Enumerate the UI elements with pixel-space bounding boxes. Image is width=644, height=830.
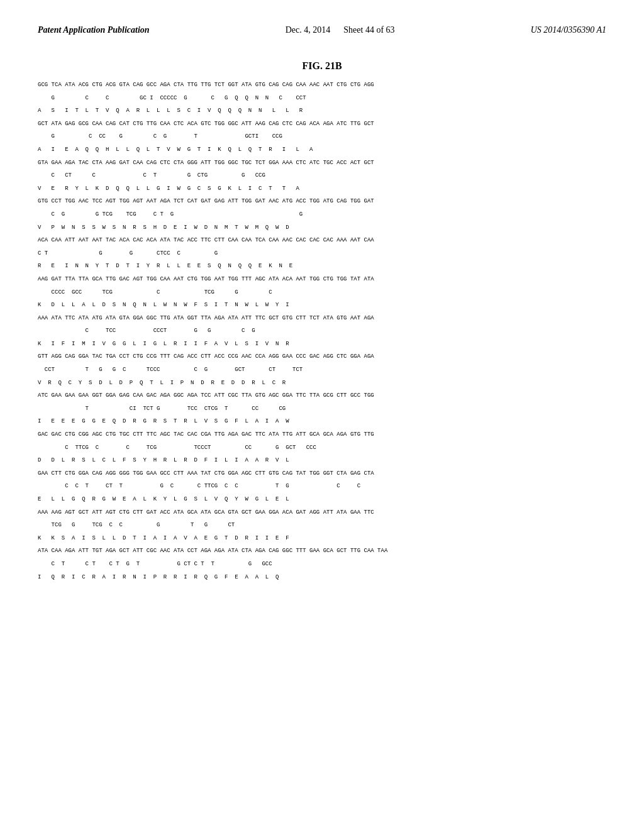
sequence-line: CCT T G G C TCCC C G GCT CT TCT xyxy=(38,366,606,374)
page-container: Patent Application Publication Dec. 4, 2… xyxy=(0,0,644,830)
header-sheet: Sheet 44 of 63 xyxy=(343,25,394,35)
sequence-line: G C CC G C G T GCTI CCG xyxy=(38,133,606,141)
sequence-line: R E I N N Y T D T I Y R L L E E S Q N Q … xyxy=(38,262,606,270)
sequence-line: AAG GAT TTA TTA GCA TTG GAC AGT TGG CAA … xyxy=(38,275,606,284)
sequence-line: I E E E G G E Q D R G R S T R L V S G F … xyxy=(38,418,606,426)
sequence-line: GCG TCA ATA ACG CTG ACG GTA CAG GCC AGA … xyxy=(38,81,606,89)
sequence-line: GAC GAC CTG CGG AGC CTG TGC CTT TTC AGC … xyxy=(38,431,606,439)
sequence-line: C C T CT T G C C TTCG C C T G C C xyxy=(38,482,606,490)
header-publication-label: Patent Application Publication xyxy=(38,25,150,35)
sequence-line: V P W N S S W S N R S H D E I W D N M T … xyxy=(38,224,606,232)
sequence-line: GTA GAA AGA TAC CTA AAG GAT CAA CAG CTC … xyxy=(38,159,606,167)
sequence-line: A I E A Q Q H L L Q L T V W G T I K Q L … xyxy=(38,146,606,154)
sequence-line: GCT ATA GAG GCG CAA CAG CAT CTG TTG CAA … xyxy=(38,120,606,128)
sequence-line: T CI TCT G TCC CTCG T CC CG xyxy=(38,405,606,413)
sequence-line: C TTCG C C TCG TCCCT CC G GCT CCC xyxy=(38,444,606,452)
header-patent-number: US 2014/0356390 A1 xyxy=(531,25,606,35)
sequence-line: V E R Y L K D Q Q L L G I W G C S G K L … xyxy=(38,185,606,193)
figure-title: FIG. 21B xyxy=(38,60,606,72)
sequence-line: GTT AGG CAG GGA TAC TGA CCT CTG CCG TTT … xyxy=(38,353,606,361)
sequence-line: V R Q C Y S D L D P Q T L I P N D R E D … xyxy=(38,379,606,387)
sequence-line: C TCC CCCT G G C G xyxy=(38,327,606,335)
header-date: Dec. 4, 2014 xyxy=(286,25,331,35)
sequence-line: TCG G TCG C C G T G CT xyxy=(38,521,606,529)
sequence-line: ATC GAA GAA GAA GGT GGA GAG CAA GAC AGA … xyxy=(38,392,606,400)
sequence-line: A S I T L T V Q A R L L L S C I V Q Q Q … xyxy=(38,107,606,115)
sequence-line: C T C T C T G T G CT C T T G GCC xyxy=(38,560,606,568)
sequence-line: AAA ATA TTC ATA ATG ATA GTA GGA GGC TTG … xyxy=(38,314,606,323)
sequence-line: GTG CCT TGG AAC TCC AGT TGG AGT AAT AGA … xyxy=(38,197,606,206)
sequence-line: G C C GC I CCCCC G C G Q Q N N C CCT xyxy=(38,94,606,102)
page-header: Patent Application Publication Dec. 4, 2… xyxy=(38,25,606,42)
sequence-line: K I F I M I V G G L I G L R I I F A V L … xyxy=(38,340,606,348)
sequence-line: C T G G CTCC C G xyxy=(38,250,606,258)
sequence-line: I Q R I C R A I R N I P R R I R Q G F E … xyxy=(38,573,606,582)
sequence-line: D D L R S L C L F S Y H R L R D F I L I … xyxy=(38,456,606,465)
sequence-line: GAA CTT CTG GGA CAG AGG GGG TGG GAA GCC … xyxy=(38,470,606,478)
sequence-line: E L L G Q R G W E A L K Y L G S L V Q Y … xyxy=(38,495,606,504)
sequence-line: C CT C C T G CTG G CCG xyxy=(38,172,606,180)
sequence-line: ATA CAA AGA ATT TGT AGA GCT ATT CGC AAC … xyxy=(38,547,606,555)
sequence-line: ACA CAA ATT AAT AAT TAC ACA CAC ACA ATA … xyxy=(38,236,606,245)
header-date-sheet: Dec. 4, 2014 Sheet 44 of 63 xyxy=(286,25,395,35)
sequence-line: K D L L A L D S N Q N L W N W F S I T N … xyxy=(38,301,606,309)
sequence-line: K K S A I S L L D T I A I A V A E G T D … xyxy=(38,534,606,543)
sequence-line: AAA AAG AGT GCT ATT AGT CTG CTT GAT ACC … xyxy=(38,509,606,517)
sequence-line: C G G TCG TCG C T G G xyxy=(38,211,606,219)
sequence-content: GCG TCA ATA ACG CTG ACG GTA CAG GCC AGA … xyxy=(38,81,606,581)
sequence-line: CCCC GCC TCG C TCG G C xyxy=(38,289,606,297)
